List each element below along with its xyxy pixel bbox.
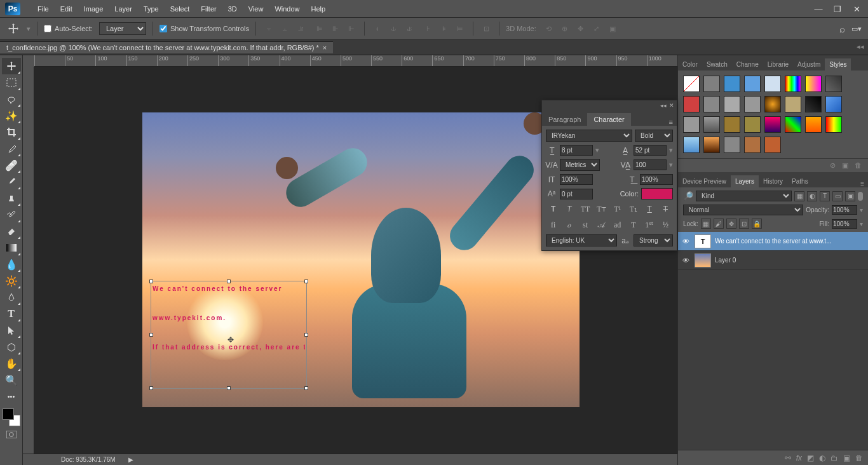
font-family-select[interactable]: IRYekan (546, 130, 632, 142)
text-transform-box[interactable]: ✥ We can't connect to the server www.typ… (151, 281, 307, 389)
new-style-icon[interactable]: ▣ (842, 161, 848, 170)
menu-edit[interactable]: Edit (55, 5, 78, 13)
hand-tool[interactable]: ✋ (2, 355, 21, 372)
healing-brush-tool[interactable]: 🩹 (2, 157, 21, 173)
crop-tool[interactable] (2, 124, 21, 140)
hscale-input[interactable] (640, 174, 673, 185)
panel-close-icon[interactable]: ✕ (669, 102, 674, 109)
style-preset-swatch[interactable] (744, 116, 761, 133)
character-panel[interactable]: ◂◂ ✕ Paragraph Character ≡ IRYekan Bold … (541, 100, 677, 251)
panel-menu-icon[interactable]: ≡ (857, 180, 868, 187)
kerning-select[interactable]: Metrics (560, 159, 600, 171)
style-preset-swatch[interactable] (724, 116, 740, 133)
smallcaps-button[interactable]: Tᴛ (594, 203, 609, 215)
move-tool[interactable] (2, 58, 21, 74)
font-style-select[interactable]: Bold (635, 130, 673, 142)
style-preset-swatch[interactable] (785, 116, 801, 133)
style-preset-swatch[interactable] (764, 137, 781, 153)
type-tool[interactable]: T (2, 306, 21, 322)
gradient-tool[interactable] (2, 239, 21, 256)
tab-history[interactable]: History (759, 175, 787, 187)
style-preset-swatch[interactable] (764, 116, 781, 133)
eraser-tool[interactable] (2, 223, 21, 239)
style-preset-swatch[interactable] (764, 96, 781, 112)
stylistic-button[interactable]: 1ˢᵗ (642, 219, 657, 231)
window-minimize[interactable]: — (812, 4, 825, 13)
allcaps-button[interactable]: TT (578, 203, 593, 215)
lock-transparency-icon[interactable]: ▦ (701, 219, 711, 229)
underline-button[interactable]: T (642, 203, 657, 215)
style-preset-swatch[interactable] (703, 76, 720, 92)
style-preset-swatch[interactable] (703, 137, 720, 153)
layer-fx-icon[interactable]: fx (796, 454, 802, 462)
visibility-toggle-icon[interactable]: 👁 (681, 257, 691, 264)
superscript-button[interactable]: T¹ (610, 203, 625, 215)
ordinals-button[interactable]: T (626, 219, 641, 231)
window-restore[interactable]: ❐ (831, 4, 844, 13)
filter-type-icon[interactable]: T (820, 191, 830, 201)
text-color-swatch[interactable] (641, 188, 673, 199)
layer-row[interactable]: 👁 T We can't connect to the server at ww… (678, 232, 868, 251)
style-preset-swatch[interactable] (805, 76, 822, 92)
lasso-tool[interactable] (2, 91, 21, 107)
blend-mode-select[interactable]: Normal (683, 205, 803, 215)
style-preset-swatch[interactable] (764, 76, 781, 92)
dodge-tool[interactable]: 🔆 (2, 273, 21, 289)
style-preset-swatch[interactable] (825, 76, 842, 92)
fractions-button[interactable]: ½ (658, 219, 673, 231)
style-preset-swatch[interactable] (805, 116, 822, 133)
tab-channels[interactable]: Channe (732, 58, 763, 71)
shape-tool[interactable]: ⬡ (2, 339, 21, 355)
font-size-input[interactable] (560, 145, 593, 156)
style-preset-swatch[interactable] (744, 76, 761, 92)
swash-button[interactable]: 𝒜 (594, 219, 609, 231)
menu-file[interactable]: File (32, 5, 55, 13)
pen-tool[interactable] (2, 289, 21, 306)
quick-mask-toggle[interactable] (2, 426, 21, 443)
show-transform-checkbox[interactable]: Show Transform Controls (159, 25, 249, 32)
char-panel-menu-icon[interactable]: ≡ (665, 118, 677, 126)
filter-smart-icon[interactable]: ▣ (845, 191, 855, 201)
lock-artboard-icon[interactable]: ⊡ (739, 219, 749, 229)
baseline-input[interactable] (560, 189, 593, 199)
opacity-input[interactable] (832, 205, 857, 215)
menu-help[interactable]: Help (306, 5, 332, 13)
language-select[interactable]: English: UK (546, 234, 617, 246)
style-preset-swatch[interactable] (825, 116, 842, 133)
style-preset-swatch[interactable] (724, 137, 740, 153)
tab-layers[interactable]: Layers (731, 175, 759, 187)
visibility-toggle-icon[interactable]: 👁 (681, 238, 691, 245)
tab-styles[interactable]: Styles (825, 58, 851, 71)
menu-select[interactable]: Select (165, 5, 196, 13)
filter-shape-icon[interactable]: ▭ (832, 191, 843, 201)
tab-libraries[interactable]: Librarie (763, 58, 793, 71)
menu-layer[interactable]: Layer (109, 5, 138, 13)
menu-3d[interactable]: 3D (222, 5, 243, 13)
tab-paragraph[interactable]: Paragraph (542, 113, 587, 126)
clone-stamp-tool[interactable] (2, 190, 21, 206)
magic-wand-tool[interactable]: ✨ (2, 107, 21, 124)
style-preset-swatch[interactable] (825, 96, 842, 112)
style-preset-swatch[interactable] (724, 96, 740, 112)
style-preset-swatch[interactable] (683, 137, 700, 153)
filter-adjust-icon[interactable]: ◐ (807, 191, 817, 201)
style-preset-swatch[interactable] (785, 96, 801, 112)
ligature-st-button[interactable]: st (578, 219, 593, 231)
adjustment-layer-icon[interactable]: ◐ (819, 454, 825, 462)
style-preset-swatch[interactable] (744, 137, 761, 153)
lock-image-icon[interactable]: 🖌 (714, 219, 724, 229)
layer-thumbnail[interactable] (695, 253, 711, 267)
lock-position-icon[interactable]: ✥ (726, 219, 736, 229)
style-preset-swatch[interactable] (805, 96, 822, 112)
menu-type[interactable]: Type (138, 5, 165, 13)
bold-button[interactable]: T (546, 203, 560, 215)
italic-button[interactable]: T (562, 203, 576, 215)
window-close[interactable]: ✕ (850, 4, 863, 13)
layer-group-icon[interactable]: 🗀 (831, 454, 838, 462)
style-preset-swatch[interactable] (683, 96, 700, 112)
layer-thumbnail[interactable]: T (695, 234, 711, 248)
style-preset-swatch[interactable] (683, 76, 700, 92)
menu-window[interactable]: Window (269, 5, 305, 13)
eyedropper-tool[interactable] (2, 140, 21, 157)
fill-input[interactable] (832, 219, 857, 229)
